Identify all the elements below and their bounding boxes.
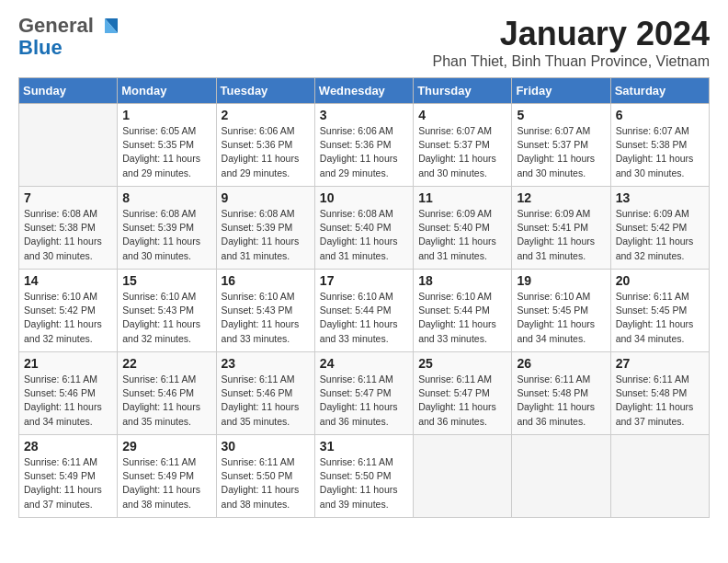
day-number: 5 (517, 108, 605, 122)
day-header-monday: Monday (118, 78, 216, 104)
day-detail: Sunrise: 6:11 AM Sunset: 5:46 PM Dayligh… (122, 373, 210, 429)
calendar-cell: 7Sunrise: 6:08 AM Sunset: 5:38 PM Daylig… (19, 187, 118, 270)
calendar-cell (610, 435, 709, 518)
calendar-cell: 29Sunrise: 6:11 AM Sunset: 5:49 PM Dayli… (118, 435, 216, 518)
calendar-cell: 8Sunrise: 6:08 AM Sunset: 5:39 PM Daylig… (118, 187, 216, 270)
day-detail: Sunrise: 6:06 AM Sunset: 5:36 PM Dayligh… (320, 124, 408, 180)
day-detail: Sunrise: 6:11 AM Sunset: 5:48 PM Dayligh… (616, 373, 704, 429)
day-detail: Sunrise: 6:08 AM Sunset: 5:39 PM Dayligh… (122, 207, 210, 263)
day-number: 9 (222, 190, 310, 205)
day-header-tuesday: Tuesday (216, 78, 314, 104)
day-number: 19 (517, 273, 605, 288)
day-number: 30 (222, 439, 310, 454)
day-detail: Sunrise: 6:07 AM Sunset: 5:37 PM Dayligh… (418, 124, 506, 180)
calendar-cell: 13Sunrise: 6:09 AM Sunset: 5:42 PM Dayli… (610, 187, 709, 270)
day-number: 18 (418, 273, 506, 288)
calendar-cell: 27Sunrise: 6:11 AM Sunset: 5:48 PM Dayli… (610, 352, 709, 435)
calendar-cell: 21Sunrise: 6:11 AM Sunset: 5:46 PM Dayli… (19, 352, 118, 435)
calendar-cell: 9Sunrise: 6:08 AM Sunset: 5:39 PM Daylig… (216, 187, 314, 270)
day-detail: Sunrise: 6:11 AM Sunset: 5:49 PM Dayligh… (24, 455, 112, 511)
day-detail: Sunrise: 6:08 AM Sunset: 5:39 PM Dayligh… (222, 207, 310, 263)
day-detail: Sunrise: 6:11 AM Sunset: 5:50 PM Dayligh… (320, 455, 408, 511)
day-number: 23 (222, 356, 310, 371)
calendar-body: 1Sunrise: 6:05 AM Sunset: 5:35 PM Daylig… (19, 104, 710, 518)
calendar-week-row: 14Sunrise: 6:10 AM Sunset: 5:42 PM Dayli… (19, 270, 710, 352)
day-header-friday: Friday (512, 78, 610, 104)
day-detail: Sunrise: 6:09 AM Sunset: 5:40 PM Dayligh… (418, 207, 506, 263)
calendar-cell: 10Sunrise: 6:08 AM Sunset: 5:40 PM Dayli… (314, 187, 413, 270)
calendar-cell: 1Sunrise: 6:05 AM Sunset: 5:35 PM Daylig… (118, 104, 216, 187)
day-detail: Sunrise: 6:11 AM Sunset: 5:47 PM Dayligh… (320, 373, 408, 429)
day-detail: Sunrise: 6:11 AM Sunset: 5:49 PM Dayligh… (122, 455, 210, 511)
day-detail: Sunrise: 6:11 AM Sunset: 5:47 PM Dayligh… (418, 373, 506, 429)
calendar-cell: 15Sunrise: 6:10 AM Sunset: 5:43 PM Dayli… (118, 270, 216, 352)
day-number: 15 (122, 273, 210, 288)
calendar-cell: 31Sunrise: 6:11 AM Sunset: 5:50 PM Dayli… (314, 435, 413, 518)
month-title: January 2024 (432, 15, 710, 53)
location-subtitle: Phan Thiet, Binh Thuan Province, Vietnam (432, 53, 710, 70)
day-detail: Sunrise: 6:10 AM Sunset: 5:44 PM Dayligh… (418, 290, 506, 346)
calendar-cell: 3Sunrise: 6:06 AM Sunset: 5:36 PM Daylig… (314, 104, 413, 187)
day-detail: Sunrise: 6:09 AM Sunset: 5:42 PM Dayligh… (616, 207, 704, 263)
calendar-cell: 24Sunrise: 6:11 AM Sunset: 5:47 PM Dayli… (314, 352, 413, 435)
day-header-wednesday: Wednesday (314, 78, 413, 104)
day-detail: Sunrise: 6:09 AM Sunset: 5:41 PM Dayligh… (517, 207, 605, 263)
day-detail: Sunrise: 6:07 AM Sunset: 5:37 PM Dayligh… (517, 124, 605, 180)
logo-general: General (18, 15, 94, 37)
calendar-table: SundayMondayTuesdayWednesdayThursdayFrid… (18, 77, 710, 518)
day-number: 24 (320, 356, 408, 371)
day-detail: Sunrise: 6:10 AM Sunset: 5:43 PM Dayligh… (222, 290, 310, 346)
day-number: 10 (320, 190, 408, 205)
day-number: 8 (122, 190, 210, 205)
calendar-cell: 19Sunrise: 6:10 AM Sunset: 5:45 PM Dayli… (512, 270, 610, 352)
calendar-week-row: 21Sunrise: 6:11 AM Sunset: 5:46 PM Dayli… (19, 352, 710, 435)
day-number: 21 (24, 356, 112, 371)
calendar-cell (414, 435, 512, 518)
calendar-cell: 4Sunrise: 6:07 AM Sunset: 5:37 PM Daylig… (414, 104, 512, 187)
calendar-cell: 23Sunrise: 6:11 AM Sunset: 5:46 PM Dayli… (216, 352, 314, 435)
day-detail: Sunrise: 6:07 AM Sunset: 5:38 PM Dayligh… (616, 124, 704, 180)
calendar-cell (512, 435, 610, 518)
day-number: 13 (616, 190, 704, 205)
calendar-cell: 28Sunrise: 6:11 AM Sunset: 5:49 PM Dayli… (19, 435, 118, 518)
calendar-cell: 12Sunrise: 6:09 AM Sunset: 5:41 PM Dayli… (512, 187, 610, 270)
calendar-cell: 17Sunrise: 6:10 AM Sunset: 5:44 PM Dayli… (314, 270, 413, 352)
day-number: 2 (222, 108, 310, 122)
calendar-header-row: SundayMondayTuesdayWednesdayThursdayFrid… (19, 78, 710, 104)
calendar-cell: 18Sunrise: 6:10 AM Sunset: 5:44 PM Dayli… (414, 270, 512, 352)
day-detail: Sunrise: 6:10 AM Sunset: 5:43 PM Dayligh… (122, 290, 210, 346)
calendar-cell (19, 104, 118, 187)
logo: General Blue (18, 15, 121, 59)
day-number: 3 (320, 108, 408, 122)
calendar-week-row: 1Sunrise: 6:05 AM Sunset: 5:35 PM Daylig… (19, 104, 710, 187)
calendar-cell: 6Sunrise: 6:07 AM Sunset: 5:38 PM Daylig… (610, 104, 709, 187)
day-detail: Sunrise: 6:05 AM Sunset: 5:35 PM Dayligh… (122, 124, 210, 180)
logo-icon (96, 15, 121, 40)
page-header: General Blue January 2024 Phan Thiet, Bi… (18, 15, 710, 70)
calendar-week-row: 28Sunrise: 6:11 AM Sunset: 5:49 PM Dayli… (19, 435, 710, 518)
day-number: 31 (320, 439, 408, 454)
day-number: 28 (24, 439, 112, 454)
calendar-week-row: 7Sunrise: 6:08 AM Sunset: 5:38 PM Daylig… (19, 187, 710, 270)
calendar-cell: 25Sunrise: 6:11 AM Sunset: 5:47 PM Dayli… (414, 352, 512, 435)
day-detail: Sunrise: 6:10 AM Sunset: 5:42 PM Dayligh… (24, 290, 112, 346)
day-detail: Sunrise: 6:11 AM Sunset: 5:48 PM Dayligh… (517, 373, 605, 429)
calendar-cell: 2Sunrise: 6:06 AM Sunset: 5:36 PM Daylig… (216, 104, 314, 187)
day-number: 29 (122, 439, 210, 454)
day-detail: Sunrise: 6:06 AM Sunset: 5:36 PM Dayligh… (222, 124, 310, 180)
calendar-cell: 30Sunrise: 6:11 AM Sunset: 5:50 PM Dayli… (216, 435, 314, 518)
calendar-cell: 22Sunrise: 6:11 AM Sunset: 5:46 PM Dayli… (118, 352, 216, 435)
day-detail: Sunrise: 6:08 AM Sunset: 5:38 PM Dayligh… (24, 207, 112, 263)
calendar-cell: 5Sunrise: 6:07 AM Sunset: 5:37 PM Daylig… (512, 104, 610, 187)
day-number: 25 (418, 356, 506, 371)
day-detail: Sunrise: 6:11 AM Sunset: 5:46 PM Dayligh… (222, 373, 310, 429)
day-number: 6 (616, 108, 704, 122)
day-detail: Sunrise: 6:11 AM Sunset: 5:45 PM Dayligh… (616, 290, 704, 346)
calendar-cell: 11Sunrise: 6:09 AM Sunset: 5:40 PM Dayli… (414, 187, 512, 270)
day-header-thursday: Thursday (414, 78, 512, 104)
day-header-sunday: Sunday (19, 78, 118, 104)
day-detail: Sunrise: 6:10 AM Sunset: 5:44 PM Dayligh… (320, 290, 408, 346)
day-number: 22 (122, 356, 210, 371)
day-number: 26 (517, 356, 605, 371)
day-detail: Sunrise: 6:11 AM Sunset: 5:50 PM Dayligh… (222, 455, 310, 511)
